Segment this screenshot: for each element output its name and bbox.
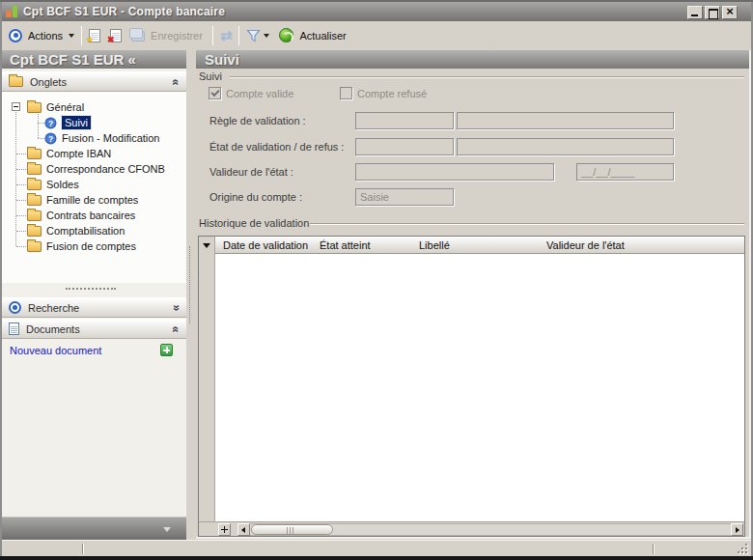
regle-validation-libelle-field [457,112,674,129]
collapse-chevron-icon[interactable] [170,78,183,85]
filter-dropdown-caret-icon[interactable] [264,34,269,38]
date-field: __/__/____ [576,163,674,181]
scroll-left-button[interactable] [237,523,250,536]
footer-caret-icon[interactable] [163,527,171,532]
etat-validation-libelle-field [457,138,674,155]
folder-icon [9,76,23,87]
title-bar: Cpt BCF S1 EUR - Compte bancaire [2,2,751,21]
tree-item-label: Soldes [46,179,79,190]
table-hscrollbar-row [199,521,744,536]
compte-valide-label: Compte valide [226,88,293,99]
folder-icon [27,210,42,221]
toolbar-separator [81,26,82,45]
tree-item-general[interactable]: Général [2,99,186,115]
tree-item-famille-de-comptes[interactable]: Famille de comptes [2,192,186,208]
maximize-button[interactable] [705,6,720,19]
tree-item-label: Correspondance CFONB [46,163,165,175]
etat-validation-label: État de validation / de refus : [209,141,344,153]
target-icon[interactable] [9,29,22,42]
row-selector-column [199,237,215,521]
app-window: Cpt BCF S1 EUR - Compte bancaire Actions… [0,0,753,560]
close-button[interactable] [722,6,738,19]
column-header-libelle[interactable]: Libellé [419,237,450,254]
folder-icon [27,241,42,252]
target-icon [9,301,21,314]
add-document-button[interactable] [160,344,173,356]
valideur-etat-label: Valideur de l'état : [209,166,293,178]
tree-item-label: Famille de comptes [46,194,138,206]
toolbar-separator [212,26,213,45]
historique-group-label: Historique de validation [199,217,309,229]
column-header-date[interactable]: Date de validation [223,237,308,254]
sidebar-footer-bar[interactable] [2,517,186,541]
tree-item-fusion-modification[interactable]: ? Fusion - Modification [2,130,186,146]
star-badge-icon: ★ [86,36,94,44]
page-title: Suivi [196,50,749,69]
compte-valide-checkbox [209,87,221,99]
sidebar-main-splitter[interactable] [189,246,190,323]
window-border-bottom [0,556,753,560]
statusbar-divider [82,544,84,554]
panel-header-documents[interactable]: Documents [2,319,186,339]
tree-item-label: Contrats bancaires [46,210,135,221]
origine-compte-label: Origine du compte : [209,191,302,203]
folder-icon [27,164,42,175]
refresh-button[interactable]: Actualiser [299,30,346,42]
scroll-right-button[interactable] [731,523,743,536]
tree-item-label: Suivi [62,116,91,129]
hscrollbar-thumb[interactable] [251,524,333,535]
window-title: Cpt BCF S1 EUR - Compte bancaire [23,5,225,18]
cross-badge-icon: ✖ [107,36,115,44]
historique-group-line [310,223,744,225]
collapse-chevron-icon[interactable] [170,325,183,332]
sync-icon: ⇄ [220,29,233,42]
column-header-valideur[interactable]: Valideur de l'état [546,237,625,254]
document-icon [9,322,19,335]
toolbar: Actions ★ ✖ Enregistrer ⇄ Actualiser [2,21,751,49]
folder-icon [27,180,42,190]
refresh-icon[interactable] [279,28,293,42]
new-document-link[interactable]: Nouveau document [10,345,101,356]
tree-item-correspondance-cfonb[interactable]: Correspondance CFONB [2,161,186,177]
panel-header-onglets[interactable]: Onglets [2,71,186,92]
filter-icon[interactable] [246,29,261,44]
suivi-group-line [230,76,744,78]
compte-refuse-checkbox [340,87,352,99]
resize-grip[interactable] [736,542,747,553]
tree-item-label: Fusion - Modification [62,132,160,144]
tree-item-contrats-bancaires[interactable]: Contrats bancaires [2,208,186,223]
tree-item-label: Général [46,101,84,113]
toolbar-separator [238,26,239,45]
regle-validation-label: Règle de validation : [209,115,306,126]
row-marker-icon[interactable] [203,243,210,248]
onglets-title: Onglets [30,76,173,88]
tree-item-soldes[interactable]: Soldes [2,177,186,192]
tree-item-comptabilisation[interactable]: Comptabilisation [2,223,186,238]
actions-button[interactable]: Actions [28,30,63,42]
tree-item-compte-iban[interactable]: Compte IBAN [2,146,186,161]
folder-icon [27,226,42,237]
hscrollbar-track[interactable] [237,523,743,536]
panel-splitter-handle[interactable] [66,288,116,290]
save-button: Enregistrer [151,30,203,42]
tree-item-suivi[interactable]: ? Suivi [2,115,186,130]
column-header-etat[interactable]: État atteint [320,237,371,254]
svg-text:?: ? [48,133,53,143]
actions-dropdown-caret-icon[interactable] [69,34,74,38]
panel-header-recherche[interactable]: Recherche [2,297,186,318]
minimize-button[interactable] [687,6,703,19]
documents-title: Documents [26,323,173,335]
sidebar-header[interactable]: Cpt BCF S1 EUR « [2,50,186,69]
origine-compte-field: Saisie [355,188,454,206]
tree-item-label: Compte IBAN [46,148,111,159]
suivi-group-label: Suivi [199,70,222,82]
recherche-title: Recherche [28,302,173,314]
expand-chevron-icon[interactable] [170,304,183,311]
sidebar: Cpt BCF S1 EUR « Onglets Général [2,50,186,541]
delete-document-icon[interactable]: ✖ [110,29,122,42]
tree-item-fusion-de-comptes[interactable]: Fusion de comptes [2,238,186,254]
help-icon: ? [44,132,57,145]
new-document-icon[interactable]: ★ [89,29,100,42]
help-icon: ? [44,117,57,129]
add-row-button[interactable] [218,523,231,536]
